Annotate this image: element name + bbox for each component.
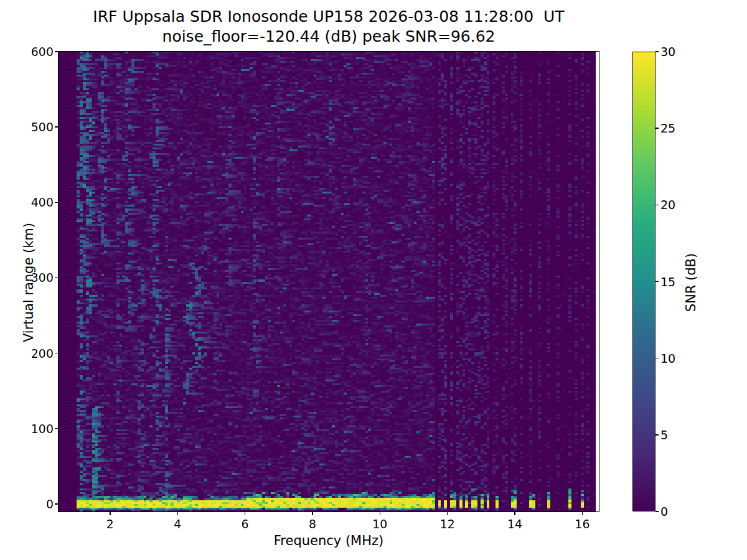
x-tick-label: 4 <box>160 517 195 531</box>
colorbar-gradient <box>632 52 655 511</box>
colorbar-tick-label: 5 <box>660 428 668 442</box>
x-tick-mark <box>312 512 313 515</box>
ionogram-heatmap-canvas <box>59 52 599 511</box>
colorbar-tick-label: 0 <box>660 505 668 518</box>
x-tick-mark <box>245 512 246 515</box>
x-tick-mark <box>582 512 583 515</box>
x-tick-label: 6 <box>228 517 263 531</box>
x-tick-mark <box>447 512 448 515</box>
colorbar-label: SNR (dB) <box>684 220 698 345</box>
chart-title: IRF Uppsala SDR Ionosonde UP158 2026-03-… <box>59 7 599 26</box>
x-tick-label: 16 <box>565 517 599 531</box>
colorbar-tick-label: 10 <box>660 352 675 365</box>
y-tick-label: 600 <box>10 45 54 58</box>
x-tick-label: 10 <box>362 517 397 531</box>
chart-subtitle: noise_floor=-120.44 (dB) peak SNR=96.62 <box>59 27 599 46</box>
y-tick-label: 400 <box>10 195 54 209</box>
y-tick-label: 300 <box>10 271 54 284</box>
y-tick-label: 0 <box>10 497 54 511</box>
colorbar-tick-mark <box>655 358 659 359</box>
colorbar-tick-label: 25 <box>660 121 675 135</box>
colorbar-tick-mark <box>655 511 659 512</box>
colorbar-tick-mark <box>655 434 659 436</box>
y-tick-mark <box>55 428 58 429</box>
x-tick-mark <box>110 512 111 515</box>
y-tick-mark <box>55 353 58 354</box>
ionogram-figure: IRF Uppsala SDR Ionosonde UP158 2026-03-… <box>0 0 747 560</box>
colorbar-tick-label: 15 <box>660 275 675 289</box>
y-tick-label: 100 <box>10 422 54 436</box>
x-tick-label: 12 <box>430 517 465 531</box>
y-tick-mark <box>55 202 58 203</box>
x-tick-label: 2 <box>93 517 128 531</box>
colorbar-tick-label: 20 <box>660 198 675 212</box>
colorbar-tick-label: 30 <box>660 45 675 58</box>
y-tick-mark <box>55 503 58 505</box>
y-tick-mark <box>55 51 58 52</box>
colorbar-tick-mark <box>655 128 659 129</box>
x-tick-label: 8 <box>295 517 330 531</box>
x-tick-label: 14 <box>497 517 532 531</box>
colorbar-tick-mark <box>655 281 659 282</box>
x-tick-mark <box>380 512 381 515</box>
y-tick-mark <box>55 126 58 128</box>
y-tick-label: 200 <box>10 347 54 360</box>
x-tick-mark <box>514 512 515 515</box>
x-axis-label: Frequency (MHz) <box>59 533 599 548</box>
colorbar-tick-mark <box>655 205 659 206</box>
y-tick-label: 500 <box>10 120 54 134</box>
colorbar-tick-mark <box>655 51 659 52</box>
x-tick-mark <box>177 512 179 515</box>
y-tick-mark <box>55 278 58 279</box>
